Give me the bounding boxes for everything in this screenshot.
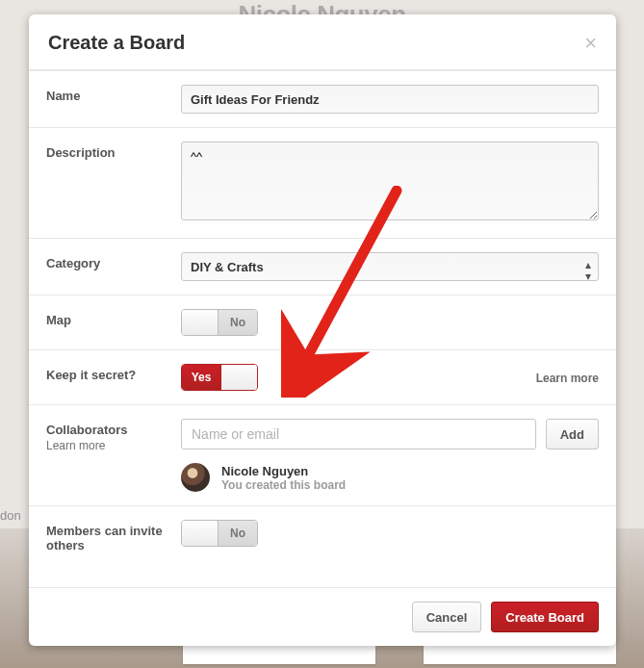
collaborators-learn-more-link[interactable]: Learn more	[46, 439, 181, 452]
modal-title: Create a Board	[48, 32, 185, 54]
background-text-fragment: don	[0, 508, 21, 523]
avatar	[181, 463, 210, 492]
category-label: Category	[46, 252, 181, 281]
toggle-state-label: No	[219, 521, 257, 546]
collaborators-input[interactable]	[181, 419, 536, 450]
create-board-modal: Create a Board × Name Description ^^ Cat…	[29, 14, 616, 646]
description-label: Description	[46, 141, 181, 224]
toggle-knob	[182, 521, 219, 546]
members-invite-label: Members can invite others	[46, 520, 181, 552]
map-label: Map	[46, 309, 181, 336]
row-category: Category DIY & Crafts ▴▾	[29, 238, 616, 295]
cancel-button[interactable]: Cancel	[412, 602, 482, 632]
toggle-knob	[182, 310, 219, 335]
secret-toggle[interactable]: Yes	[181, 364, 258, 391]
toggle-state-label: Yes	[182, 365, 220, 390]
secret-learn-more-link[interactable]: Learn more	[536, 372, 599, 385]
creator-name: Nicole Nguyen	[221, 464, 346, 478]
modal-footer: Cancel Create Board	[29, 587, 616, 646]
add-collaborator-button[interactable]: Add	[546, 419, 599, 450]
name-label: Name	[46, 85, 181, 114]
toggle-state-label: No	[219, 310, 257, 335]
members-invite-toggle[interactable]: No	[181, 520, 258, 547]
creator-row: Nicole Nguyen You created this board	[181, 463, 599, 492]
description-textarea[interactable]: ^^	[181, 141, 599, 220]
close-icon[interactable]: ×	[584, 33, 597, 54]
secret-label: Keep it secret?	[46, 364, 181, 391]
row-members-invite: Members can invite others No	[29, 505, 616, 566]
row-name: Name	[29, 70, 616, 127]
category-select[interactable]: DIY & Crafts	[181, 252, 599, 281]
modal-header: Create a Board ×	[29, 14, 616, 70]
collaborators-label: Collaborators Learn more	[46, 419, 181, 492]
creator-subtext: You created this board	[221, 478, 346, 492]
map-toggle[interactable]: No	[181, 309, 258, 336]
row-secret: Keep it secret? Yes Learn more	[29, 349, 616, 404]
create-board-button[interactable]: Create Board	[491, 602, 599, 632]
row-description: Description ^^	[29, 127, 616, 238]
row-map: Map No	[29, 295, 616, 349]
name-input[interactable]	[181, 85, 599, 114]
toggle-knob	[220, 365, 257, 390]
row-collaborators: Collaborators Learn more Add Nicole Nguy…	[29, 404, 616, 505]
